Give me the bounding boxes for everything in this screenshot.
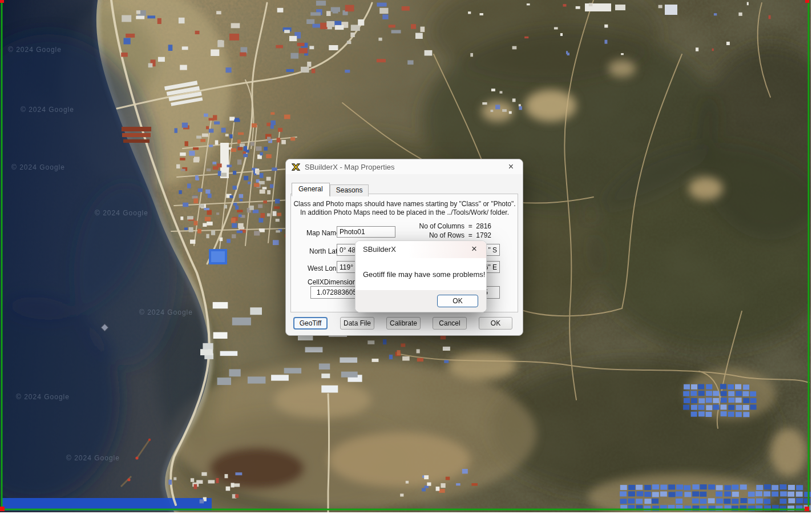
columns-rows-info: No of Columns = 2816No of Rows = 1792 [419, 222, 491, 240]
boundary-corner-bottom-right [805, 507, 809, 511]
tab-bar: General Seasons [292, 183, 369, 196]
geotiff-warning-dialog: SBuilderX × Geotiff file may have some p… [355, 240, 487, 312]
tab-seasons[interactable]: Seasons [330, 184, 369, 196]
close-icon[interactable]: × [469, 243, 479, 255]
no-of-rows: No of Rows = 1792 [429, 231, 491, 239]
calibrate-button[interactable]: Calibrate [386, 317, 421, 330]
sbuilderx-logo-icon [292, 163, 300, 171]
dialog-title: SBuilderX - Map Properties [305, 163, 395, 171]
boundary-corner-bottom-left [0, 507, 5, 511]
boundary-corner-top-right [805, 0, 809, 3]
map-name-input[interactable] [337, 226, 395, 238]
map-name-label: Map Name [306, 229, 340, 237]
boundary-corner-top-left [0, 0, 4, 3]
no-of-columns: No of Columns = 2816 [419, 222, 491, 230]
data-file-button[interactable]: Data File [340, 317, 374, 330]
message-dialog-titlebar[interactable]: SBuilderX [355, 241, 486, 258]
message-text: Geotiff file may have some problems! [363, 270, 485, 279]
geotiff-button[interactable]: GeoTiff [293, 317, 328, 330]
close-icon[interactable]: × [505, 162, 517, 171]
sbuilderx-app-window: © 2024 Google © 2024 Google © 2024 Googl… [0, 0, 812, 514]
info-line-1: Class and Photo maps should have names s… [291, 200, 518, 208]
info-line-2: In addition Photo Maps need to be placed… [291, 208, 518, 216]
cancel-button[interactable]: Cancel [433, 317, 467, 330]
dialog-titlebar[interactable]: SBuilderX - Map Properties × [286, 159, 523, 174]
ok-button[interactable]: OK [479, 317, 512, 330]
tab-general[interactable]: General [292, 183, 330, 196]
message-dialog-title: SBuilderX [363, 245, 396, 254]
cell-x-dimension-label: CellXDimensionD [308, 278, 361, 286]
west-lon-label: West Lon [308, 264, 336, 272]
message-ok-button[interactable]: OK [437, 295, 478, 307]
message-dialog-footer: OK [355, 290, 486, 312]
north-lat-label: North Lat [309, 247, 337, 255]
